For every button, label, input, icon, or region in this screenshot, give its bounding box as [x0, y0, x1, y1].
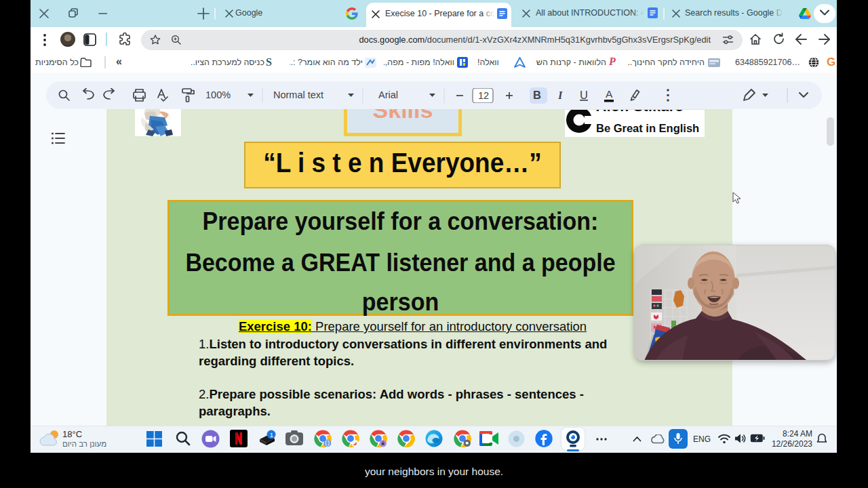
svg-text:U: U — [580, 89, 588, 101]
svg-text:I: I — [557, 89, 563, 102]
svg-text:12: 12 — [478, 90, 489, 101]
svg-text:Arial: Arial — [378, 89, 398, 100]
svg-text:A: A — [606, 88, 613, 100]
svg-text:1: 1 — [270, 431, 273, 439]
svg-text:100%: 100% — [205, 89, 231, 100]
svg-text:B: B — [533, 89, 541, 101]
svg-text:Normal text: Normal text — [273, 89, 323, 100]
